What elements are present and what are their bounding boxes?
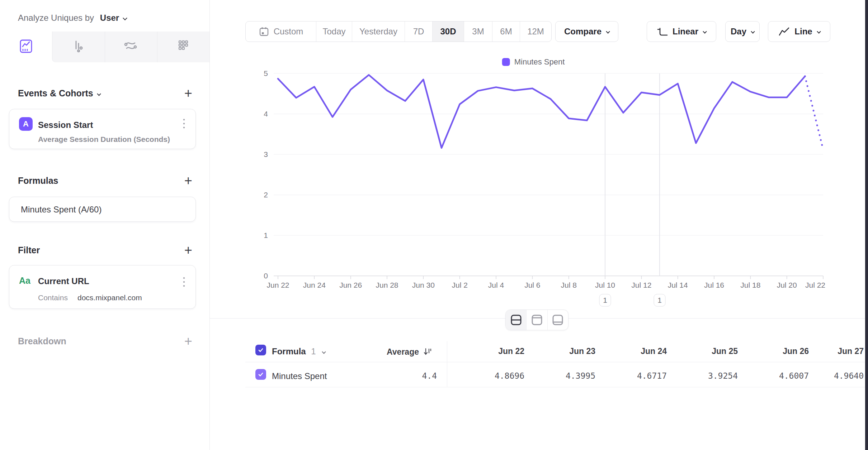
chevron-down-icon — [817, 29, 821, 33]
add-formula-button[interactable]: + — [184, 175, 192, 186]
add-breakdown-button[interactable]: + — [184, 336, 192, 346]
bar-chart-icon — [71, 38, 86, 56]
chevron-down-icon — [97, 92, 101, 96]
date-range-label: 12M — [527, 27, 544, 37]
row-series-label[interactable]: Minutes Spent — [272, 371, 327, 381]
column-header[interactable]: Jun 26 — [738, 346, 809, 356]
date-range-7d[interactable]: 7D — [405, 21, 432, 42]
compare-button[interactable]: Compare — [555, 21, 618, 42]
date-range-6m[interactable]: 6M — [492, 21, 520, 42]
formula-group-index: 1 — [311, 346, 316, 356]
cell-value: 3.9254 — [667, 371, 738, 380]
add-event-button[interactable]: + — [184, 88, 192, 99]
events-cohorts-heading[interactable]: Events & Cohorts — [18, 88, 100, 99]
cell-value: 4.3995 — [524, 371, 595, 380]
cell-value: 4.6007 — [738, 371, 809, 380]
svg-text:Jul 14: Jul 14 — [668, 281, 688, 289]
minutes-spent-line-chart[interactable]: 012345Jun 22Jun 24Jun 26Jun 28Jun 30Jul … — [210, 70, 868, 311]
checkmark-icon — [257, 346, 264, 354]
column-header-average[interactable]: Average — [341, 346, 433, 357]
report-type-tabs — [0, 32, 209, 62]
row-checkbox[interactable] — [255, 369, 266, 380]
legend-swatch — [502, 58, 510, 66]
svg-text:Jul 6: Jul 6 — [524, 281, 540, 289]
date-range-3m[interactable]: 3M — [464, 21, 492, 42]
view-toggle-table-only[interactable] — [547, 310, 568, 330]
column-header[interactable]: Jun 25 — [667, 346, 738, 356]
date-range-today[interactable]: Today — [316, 21, 352, 42]
chart-type-label: Line — [794, 27, 812, 37]
chart-legend[interactable]: Minutes Spent — [502, 57, 565, 67]
svg-text:1: 1 — [657, 296, 662, 304]
right-edge-strip — [865, 0, 868, 450]
sort-descending-icon — [423, 346, 433, 356]
breakdown-heading: Breakdown — [18, 336, 66, 346]
column-header[interactable]: Jun 24 — [595, 346, 667, 356]
tab-retention[interactable] — [157, 32, 209, 62]
select-all-checkbox[interactable] — [255, 345, 266, 355]
formula-card[interactable]: Minutes Spent (A/60) — [9, 197, 196, 222]
column-header[interactable]: Jun 23 — [524, 346, 595, 356]
event-kebab-menu[interactable] — [180, 118, 188, 130]
chevron-down-icon — [123, 16, 127, 20]
view-toggle-split[interactable] — [506, 310, 526, 330]
scale-label: Linear — [673, 27, 698, 37]
checkmark-icon — [257, 371, 264, 378]
add-filter-button[interactable]: + — [184, 245, 192, 255]
svg-text:3: 3 — [264, 150, 268, 158]
event-card[interactable]: A Session Start Average Session Duration… — [9, 109, 196, 149]
column-header[interactable]: Jun 22 — [453, 346, 524, 356]
filter-property: Current URL — [38, 276, 89, 286]
query-builder-sidebar: Analyze Uniques by User — [0, 0, 210, 450]
analyze-by-selector[interactable]: User — [100, 13, 127, 23]
date-range-30d[interactable]: 30D — [432, 21, 464, 42]
filter-card[interactable]: Aa Current URL Contains docs.mixpanel.co… — [9, 265, 196, 309]
tab-bar-chart[interactable] — [52, 32, 104, 62]
chart-type-line-button[interactable]: Line — [768, 21, 830, 42]
date-range-custom[interactable]: Custom — [246, 21, 316, 42]
average-header-label: Average — [387, 347, 419, 356]
interval-day-button[interactable]: Day — [725, 21, 760, 42]
compare-label: Compare — [564, 27, 602, 37]
filter-kebab-menu[interactable] — [180, 276, 188, 288]
tab-flows[interactable] — [105, 32, 157, 62]
date-range-label: Today — [322, 27, 345, 37]
view-toggle-chart-only[interactable] — [526, 310, 547, 330]
scale-linear-button[interactable]: Linear — [647, 21, 716, 42]
formula-group-header[interactable]: Formula 1 — [272, 346, 325, 356]
tab-insights-line[interactable] — [0, 32, 52, 62]
svg-text:Jul 4: Jul 4 — [488, 281, 504, 289]
analyze-label: Analyze Uniques by — [18, 13, 94, 23]
formula-group-label: Formula — [272, 346, 306, 356]
svg-text:2: 2 — [264, 191, 268, 199]
chart-only-view-icon — [530, 313, 544, 326]
svg-text:Jul 18: Jul 18 — [740, 281, 760, 289]
line-chart-icon — [778, 26, 790, 37]
svg-text:Jul 22: Jul 22 — [805, 281, 825, 289]
axis-scale-icon — [657, 26, 668, 37]
chevron-down-icon — [606, 29, 610, 33]
events-cohorts-header: Events & Cohorts + — [18, 85, 192, 101]
chevron-down-icon — [703, 29, 707, 33]
date-range-label: Custom — [274, 27, 303, 37]
date-range-12m[interactable]: 12M — [520, 21, 551, 42]
filter-value[interactable]: docs.mixpanel.com — [77, 293, 142, 302]
formula-expression: Minutes Spent (A/60) — [21, 197, 102, 222]
svg-text:Jul 12: Jul 12 — [631, 281, 651, 289]
chevron-down-icon — [322, 350, 326, 354]
svg-text:1: 1 — [603, 296, 607, 304]
svg-text:Jun 28: Jun 28 — [376, 281, 398, 289]
insights-report-page: Analyze Uniques by User — [0, 0, 868, 450]
date-range-control: Custom Today Yesterday 7D 30D 3M 6M 12M — [245, 21, 552, 42]
svg-text:Jul 10: Jul 10 — [595, 281, 615, 289]
event-aggregation[interactable]: Average Session Duration (Seconds) — [38, 135, 170, 144]
svg-text:Jun 30: Jun 30 — [412, 281, 435, 289]
filter-heading: Filter — [18, 245, 40, 255]
table-row-border — [245, 387, 865, 387]
svg-text:Jul 2: Jul 2 — [452, 281, 467, 289]
cell-value: 4.6717 — [595, 371, 667, 380]
date-range-yesterday[interactable]: Yesterday — [352, 21, 405, 42]
filter-operator[interactable]: Contains — [38, 293, 68, 302]
column-header[interactable]: Jun 27 — [809, 346, 864, 356]
filter-header: Filter + — [18, 242, 192, 258]
